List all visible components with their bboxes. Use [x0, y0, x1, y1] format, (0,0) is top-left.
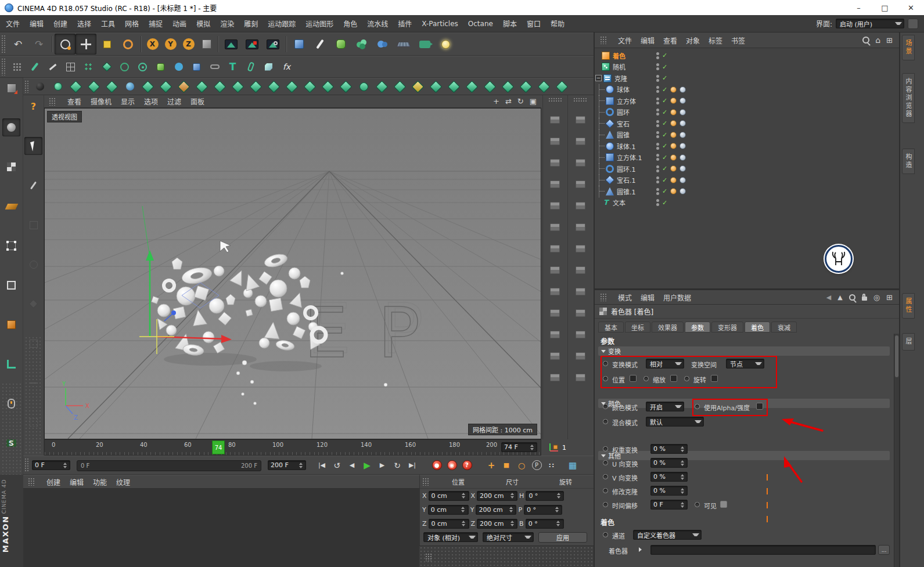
pos-z-field[interactable]: 0 cm: [429, 519, 469, 529]
fx-icon[interactable]: fx: [278, 58, 296, 76]
palette-icon[interactable]: [576, 352, 585, 360]
effector-icon[interactable]: [445, 78, 463, 95]
enabled-check-icon[interactable]: ✓: [662, 142, 667, 150]
anim-dot[interactable]: [603, 488, 608, 493]
snap-option-icon[interactable]: [24, 216, 42, 234]
color-mode-select[interactable]: 开启: [646, 402, 684, 411]
effector-icon[interactable]: [103, 78, 121, 95]
menu-motion-tracker[interactable]: 运动跟踪: [268, 19, 296, 28]
effector-icon[interactable]: [193, 78, 211, 95]
viewport-menu-options[interactable]: 选项: [144, 96, 158, 106]
palette-icon[interactable]: [550, 223, 560, 231]
palette-icon[interactable]: [550, 309, 560, 317]
visibility-dots[interactable]: [656, 143, 659, 150]
palette-icon[interactable]: [576, 288, 585, 295]
am-menu-userdata[interactable]: 用户数据: [663, 292, 691, 302]
object-row[interactable]: 球体.1 ✓: [595, 140, 899, 152]
keyframe-mode-button[interactable]: ?: [459, 458, 474, 473]
visibility-dots[interactable]: [656, 75, 659, 82]
tab-structure[interactable]: 构造: [902, 149, 915, 174]
view-zoom-icon[interactable]: ⇄: [505, 97, 512, 105]
phong-tag-icon[interactable]: [679, 86, 686, 93]
object-row[interactable]: 圆环.1 ✓: [595, 163, 899, 175]
palette-icon[interactable]: [550, 352, 560, 360]
palette-icon[interactable]: [576, 180, 585, 188]
menu-simulate[interactable]: 模拟: [196, 19, 210, 28]
panel-grip[interactable]: [600, 293, 607, 301]
knife-icon[interactable]: [44, 58, 62, 76]
panel-grip[interactable]: [422, 478, 429, 486]
coordinate-system-button[interactable]: [197, 35, 215, 53]
visibility-dots[interactable]: [656, 165, 659, 172]
enabled-check-icon[interactable]: ✓: [662, 120, 667, 127]
matrix-icon[interactable]: [80, 58, 98, 76]
menu-help[interactable]: 帮助: [551, 19, 565, 28]
shader-browse-button[interactable]: ...: [878, 545, 890, 555]
object-row[interactable]: 立方体.1 ✓: [595, 152, 899, 164]
scale-tool[interactable]: [96, 34, 117, 55]
workplane-mode-icon[interactable]: [2, 197, 20, 215]
phong-tag-icon[interactable]: [679, 177, 686, 183]
menu-select[interactable]: 选择: [77, 19, 91, 28]
palette-icon[interactable]: [550, 245, 560, 252]
object-label[interactable]: 圆环: [617, 107, 630, 117]
om-menu-view[interactable]: 查看: [663, 35, 677, 45]
phong-tag-icon[interactable]: [679, 97, 686, 104]
edges-mode-icon[interactable]: [2, 276, 20, 294]
rotate-tool[interactable]: [117, 34, 138, 55]
render-settings-button[interactable]: [263, 34, 283, 55]
home-icon[interactable]: ⌂: [875, 36, 880, 44]
toolbar-grip[interactable]: [1, 35, 6, 53]
redo-button[interactable]: ↷: [28, 34, 49, 55]
visibility-dots[interactable]: [656, 97, 659, 104]
menu-edit[interactable]: 编辑: [30, 19, 44, 28]
transform-space-select[interactable]: 节点: [726, 359, 764, 369]
v-field[interactable]: 0 %: [650, 472, 688, 482]
palette-icon[interactable]: [576, 159, 585, 167]
visibility-dots[interactable]: [656, 120, 659, 127]
palette-icon[interactable]: [576, 116, 585, 124]
phong-tag-icon[interactable]: [679, 109, 686, 115]
instance-icon[interactable]: [152, 58, 170, 76]
u-field[interactable]: 0 %: [650, 458, 688, 468]
effector-icon[interactable]: [247, 78, 265, 95]
effector-icon[interactable]: [175, 78, 193, 95]
object-row[interactable]: 圆锥 ✓: [595, 129, 899, 141]
render-view-button[interactable]: [221, 34, 242, 55]
next-frame-button[interactable]: ▶: [375, 458, 390, 473]
effector-icon[interactable]: [463, 78, 481, 95]
symmetry-icon[interactable]: [116, 58, 134, 76]
object-label[interactable]: 立方体: [617, 96, 636, 106]
menu-window[interactable]: 窗口: [527, 19, 541, 28]
history-back-icon[interactable]: ◀: [826, 294, 831, 301]
effector-icon[interactable]: [409, 78, 427, 95]
tab-deformer[interactable]: 变形器: [711, 322, 743, 333]
object-row[interactable]: 球体 ✓: [595, 84, 899, 96]
texture-tag-icon[interactable]: [670, 154, 677, 161]
boole-icon[interactable]: [188, 58, 206, 76]
end-frame-field[interactable]: 200 F: [268, 460, 306, 470]
volume-deformer-button[interactable]: [372, 34, 393, 55]
panel-grip[interactable]: [425, 553, 432, 561]
spline-pen-button[interactable]: [310, 34, 330, 55]
anim-dot[interactable]: [603, 419, 608, 424]
palette-icon[interactable]: [550, 159, 560, 167]
shader-field[interactable]: [650, 545, 876, 555]
record-keyframe-button[interactable]: ●: [429, 458, 444, 473]
weight-field[interactable]: 0 %: [650, 444, 688, 454]
effector-icon[interactable]: [427, 78, 445, 95]
view-maximize-icon[interactable]: ▣: [530, 97, 537, 105]
toolbar-grip[interactable]: [24, 80, 30, 93]
menu-mesh[interactable]: 网格: [125, 19, 139, 28]
panel-grip[interactable]: [49, 97, 56, 106]
om-menu-file[interactable]: 文件: [618, 35, 632, 45]
object-label[interactable]: 球体: [617, 85, 630, 94]
menu-mograph[interactable]: 运动图形: [305, 19, 333, 28]
sweep-icon[interactable]: [242, 58, 260, 76]
enabled-check-icon[interactable]: ✓: [662, 187, 667, 195]
anim-dot[interactable]: [603, 502, 608, 507]
use-alpha-checkbox[interactable]: [756, 403, 763, 410]
record-pla-toggle[interactable]: ::: [544, 458, 559, 473]
object-label[interactable]: 球体.1: [617, 142, 636, 151]
apply-button[interactable]: 应用: [538, 532, 587, 543]
